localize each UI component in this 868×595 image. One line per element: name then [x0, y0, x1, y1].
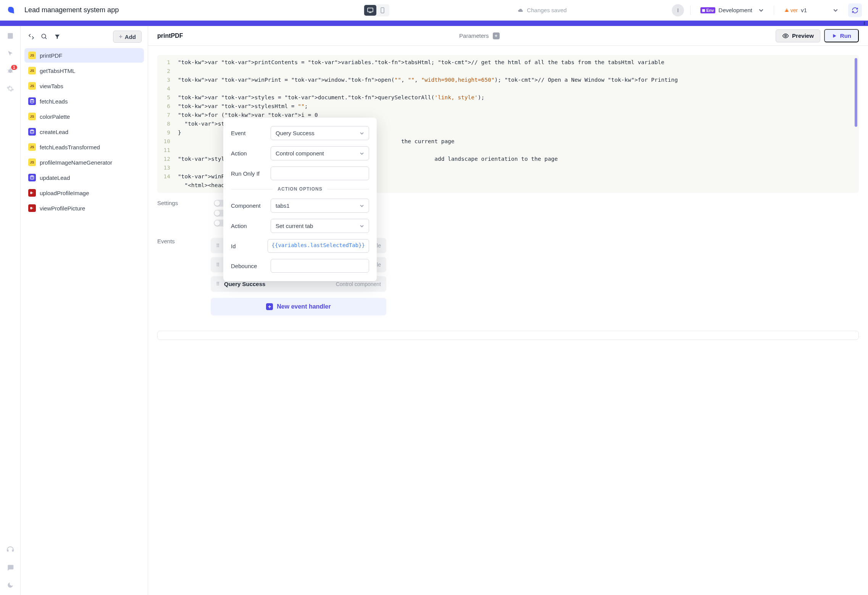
add-parameter-button[interactable]: + [493, 32, 500, 39]
desktop-device-button[interactable] [364, 5, 376, 16]
device-toggle [363, 4, 389, 16]
add-query-button[interactable]: + Add [113, 31, 142, 43]
logo-icon [6, 5, 17, 16]
rail-settings-icon[interactable] [6, 84, 15, 93]
api-icon [28, 189, 36, 197]
run-button[interactable]: Run [824, 29, 859, 42]
svg-point-10 [42, 34, 46, 38]
sidebar-item-getTabsHTML[interactable]: JSgetTabsHTML [24, 63, 144, 78]
query-label: fetchLeads [40, 98, 68, 105]
debug-badge: 1 [11, 65, 17, 70]
env-tag-icon: ▦Env [700, 7, 715, 13]
svg-point-14 [30, 175, 34, 177]
drag-handle-icon[interactable]: ⠿ [216, 281, 219, 287]
refresh-button[interactable] [848, 3, 862, 17]
query-label: fetchLeadsTransformed [40, 144, 100, 150]
sidebar-item-fetchLeadsTransformed[interactable]: JSfetchLeadsTransformed [24, 140, 144, 154]
rail-chat-icon[interactable] [6, 563, 15, 572]
event-handler-popup: Event Query Success Action Control compo… [223, 118, 377, 281]
query-sidebar: + Add JSprintPDFJSgetTabsHTMLJSviewTabsf… [21, 26, 148, 595]
eye-icon [782, 32, 789, 39]
svg-line-7 [12, 70, 13, 71]
mobile-device-button[interactable] [376, 5, 389, 16]
query-label: getTabsHTML [40, 68, 75, 74]
preview-button[interactable]: Preview [776, 29, 820, 42]
sidebar-item-fetchLeads[interactable]: fetchLeads [24, 94, 144, 108]
svg-point-12 [30, 99, 34, 100]
sidebar-item-createLead[interactable]: createLead [24, 124, 144, 139]
rail-debug-icon[interactable]: 1 [6, 66, 15, 76]
query-label: viewTabs [40, 83, 63, 89]
query-label: updateLead [40, 175, 70, 181]
db-icon [28, 128, 36, 136]
popup-action2-select[interactable]: Set current tab [271, 219, 369, 233]
query-label: uploadProfileImage [40, 190, 89, 196]
svg-line-6 [8, 70, 9, 71]
sidebar-item-viewProfilePicture[interactable]: viewProfilePicture [24, 201, 144, 215]
popup-action-label: Action [231, 150, 266, 157]
popup-event-label: Event [231, 130, 266, 136]
chevron-down-icon [360, 224, 364, 228]
drag-handle-icon[interactable]: ⠿ [216, 262, 219, 268]
sidebar-item-viewTabs[interactable]: JSviewTabs [24, 79, 144, 93]
sidebar-item-uploadProfileImage[interactable]: uploadProfileImage [24, 186, 144, 200]
db-icon [28, 97, 36, 105]
js-icon: JS [28, 67, 36, 74]
environment-selector[interactable]: ▦Env Development [697, 5, 768, 16]
svg-point-17 [785, 35, 787, 37]
new-event-handler-button[interactable]: + New event handler [211, 298, 386, 315]
drag-handle-icon[interactable]: ⠿ [216, 243, 219, 249]
js-icon: JS [28, 113, 36, 120]
query-label: colorPalette [40, 113, 70, 120]
query-label: createLead [40, 129, 68, 135]
popup-runonlyif-label: Run Only If [231, 170, 266, 177]
chevron-down-icon [360, 151, 364, 156]
sidebar-item-updateLead[interactable]: updateLead [24, 170, 144, 185]
popup-runonlyif-input[interactable] [271, 167, 369, 180]
popup-debounce-input[interactable] [271, 259, 369, 273]
popup-divider-label: ACTION OPTIONS [278, 186, 322, 192]
editor-scrollbar[interactable] [855, 58, 857, 127]
popup-id-input[interactable]: {{variables.lastSelectedTab}} [268, 239, 369, 253]
sidebar-item-colorPalette[interactable]: JScolorPalette [24, 109, 144, 124]
query-label: viewProfilePicture [40, 205, 85, 212]
plus-icon: + [266, 303, 273, 310]
popup-component-select[interactable]: tabs1 [271, 199, 369, 213]
popup-event-select[interactable]: Query Success [271, 126, 369, 140]
rail-cursor-icon[interactable] [6, 49, 15, 58]
collapse-icon[interactable] [27, 32, 36, 41]
popup-debounce-label: Debounce [231, 263, 266, 269]
parameters-label: Parameters [459, 32, 489, 39]
sidebar-item-profileImageNameGenerator[interactable]: JSprofileImageNameGenerator [24, 155, 144, 170]
chevron-down-icon [833, 8, 838, 13]
events-label: Events [157, 238, 203, 315]
chevron-down-icon [360, 131, 364, 136]
query-label: printPDF [40, 52, 62, 59]
js-icon: JS [28, 143, 36, 151]
version-selector[interactable]: ver v1 [780, 5, 842, 16]
svg-point-13 [30, 129, 34, 131]
rail-support-icon[interactable] [6, 545, 15, 555]
js-icon: JS [28, 52, 36, 59]
query-title[interactable]: printPDF [157, 32, 183, 39]
svg-rect-3 [8, 33, 13, 39]
sidebar-item-printPDF[interactable]: JSprintPDF [24, 48, 144, 63]
user-avatar[interactable]: I [672, 4, 684, 16]
query-label: profileImageNameGenerator [40, 159, 112, 166]
svg-rect-16 [31, 207, 32, 209]
filter-icon[interactable] [53, 32, 62, 41]
svg-rect-2 [381, 8, 384, 13]
save-status: Changes saved [518, 7, 566, 13]
svg-line-11 [45, 37, 47, 39]
app-title[interactable]: Lead management system app [24, 6, 119, 14]
search-icon[interactable] [40, 32, 49, 41]
rail-pages-icon[interactable] [6, 31, 15, 40]
main-panel: printPDF Parameters + Preview Run 123456… [148, 26, 868, 595]
popup-component-label: Component [231, 202, 266, 209]
svg-line-9 [12, 72, 13, 73]
js-icon: JS [28, 82, 36, 90]
popup-action-select[interactable]: Control component [271, 146, 369, 160]
svg-line-8 [8, 72, 9, 73]
plus-icon: + [119, 33, 122, 40]
rail-theme-icon[interactable] [6, 580, 15, 590]
